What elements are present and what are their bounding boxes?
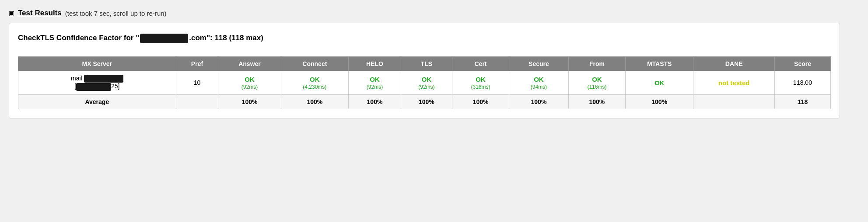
table-row: mail. [25] 10 OK (92ms) OK (4,230ms) OK bbox=[18, 71, 831, 95]
col-helo: HELO bbox=[348, 57, 401, 71]
main-container: ▣ Test Results (test took 7 sec, scroll … bbox=[9, 9, 840, 118]
cell-secure: OK (94ms) bbox=[509, 71, 569, 95]
cell-connect: OK (4,230ms) bbox=[281, 71, 348, 95]
secure-ms: (94ms) bbox=[531, 84, 547, 90]
tls-ok: OK bbox=[422, 76, 432, 83]
helo-ok: OK bbox=[370, 76, 380, 83]
dane-not-tested: not tested bbox=[718, 79, 750, 87]
cert-ok: OK bbox=[476, 76, 486, 83]
cell-tls: OK (92ms) bbox=[401, 71, 452, 95]
cell-average-answer: 100% bbox=[218, 94, 281, 109]
cell-mx-server: mail. [25] bbox=[18, 71, 176, 95]
from-ok: OK bbox=[592, 76, 602, 83]
col-pref: Pref bbox=[176, 57, 218, 71]
answer-ok: OK bbox=[245, 76, 255, 83]
results-table: MX Server Pref Answer Connect HELO TLS C… bbox=[18, 56, 831, 109]
col-from: From bbox=[568, 57, 625, 71]
col-answer: Answer bbox=[218, 57, 281, 71]
cell-average-score: 118 bbox=[775, 94, 831, 109]
col-connect: Connect bbox=[281, 57, 348, 71]
cell-average-cert: 100% bbox=[452, 94, 509, 109]
col-tls: TLS bbox=[401, 57, 452, 71]
confidence-title: CheckTLS Confidence Factor for ".com": 1… bbox=[18, 34, 831, 43]
cell-average-label: Average bbox=[18, 94, 176, 109]
cell-average-connect: 100% bbox=[281, 94, 348, 109]
redacted-domain bbox=[140, 34, 188, 43]
cell-answer: OK (92ms) bbox=[218, 71, 281, 95]
answer-ms: (92ms) bbox=[242, 84, 258, 90]
cell-average-pref bbox=[176, 94, 218, 109]
col-cert: Cert bbox=[452, 57, 509, 71]
col-mx-server: MX Server bbox=[18, 57, 176, 71]
cell-average-helo: 100% bbox=[348, 94, 401, 109]
cell-average-secure: 100% bbox=[509, 94, 569, 109]
connect-ok: OK bbox=[310, 76, 320, 83]
cell-pref: 10 bbox=[176, 71, 218, 95]
cell-average-mtasts: 100% bbox=[626, 94, 693, 109]
helo-ms: (92ms) bbox=[367, 84, 383, 90]
tls-ms: (92ms) bbox=[418, 84, 434, 90]
cell-score: 118.00 bbox=[775, 71, 831, 95]
redacted-mx1 bbox=[84, 75, 123, 83]
cell-from: OK (116ms) bbox=[568, 71, 625, 95]
mx-prefix: mail. bbox=[71, 75, 84, 82]
table-header-row: MX Server Pref Answer Connect HELO TLS C… bbox=[18, 57, 831, 71]
cell-cert: OK (316ms) bbox=[452, 71, 509, 95]
confidence-suffix: .com": 118 (118 max) bbox=[189, 34, 263, 42]
connect-ms: (4,230ms) bbox=[303, 84, 326, 90]
cert-ms: (316ms) bbox=[471, 84, 490, 90]
col-secure: Secure bbox=[509, 57, 569, 71]
cell-helo: OK (92ms) bbox=[348, 71, 401, 95]
content-box: CheckTLS Confidence Factor for ".com": 1… bbox=[9, 23, 840, 118]
cell-mtasts: OK bbox=[626, 71, 693, 95]
average-row: Average 100% 100% 100% 100% 100% 100% 10… bbox=[18, 94, 831, 109]
mx-suffix: 25] bbox=[111, 83, 119, 90]
col-score: Score bbox=[775, 57, 831, 71]
header-subtitle: (test took 7 sec, scroll up to re-run) bbox=[65, 10, 167, 17]
cell-average-from: 100% bbox=[568, 94, 625, 109]
toggle-icon[interactable]: ▣ bbox=[9, 10, 14, 17]
redacted-mx2 bbox=[76, 83, 111, 91]
cell-average-dane bbox=[693, 94, 775, 109]
from-ms: (116ms) bbox=[587, 84, 606, 90]
mtasts-ok: OK bbox=[654, 79, 665, 87]
header-row: ▣ Test Results (test took 7 sec, scroll … bbox=[9, 9, 840, 17]
col-dane: DANE bbox=[693, 57, 775, 71]
confidence-prefix: CheckTLS Confidence Factor for " bbox=[18, 34, 139, 42]
col-mtasts: MTASTS bbox=[626, 57, 693, 71]
secure-ok: OK bbox=[534, 76, 544, 83]
cell-dane: not tested bbox=[693, 71, 775, 95]
cell-average-tls: 100% bbox=[401, 94, 452, 109]
page-title: Test Results bbox=[18, 9, 62, 17]
